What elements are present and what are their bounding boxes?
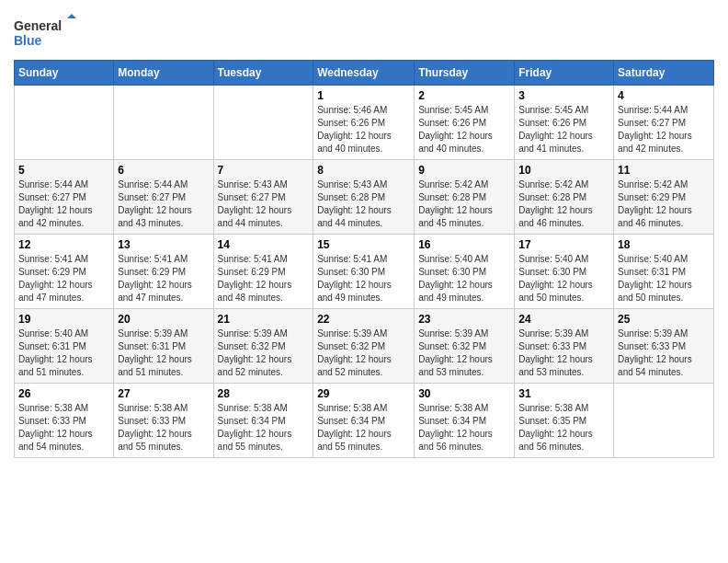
day-info: Sunrise: 5:46 AM Sunset: 6:26 PM Dayligh… (317, 104, 410, 155)
day-cell: 29Sunrise: 5:38 AM Sunset: 6:34 PM Dayli… (313, 384, 415, 458)
day-number: 27 (118, 387, 209, 400)
day-info: Sunrise: 5:41 AM Sunset: 6:29 PM Dayligh… (18, 253, 109, 304)
week-row-3: 12Sunrise: 5:41 AM Sunset: 6:29 PM Dayli… (15, 235, 714, 309)
day-number: 30 (418, 387, 510, 400)
day-cell: 28Sunrise: 5:38 AM Sunset: 6:34 PM Dayli… (213, 384, 313, 458)
day-info: Sunrise: 5:39 AM Sunset: 6:33 PM Dayligh… (618, 327, 710, 379)
day-number: 14 (218, 238, 310, 251)
day-info: Sunrise: 5:43 AM Sunset: 6:28 PM Dayligh… (317, 178, 410, 230)
day-cell: 6Sunrise: 5:44 AM Sunset: 6:27 PM Daylig… (114, 160, 213, 235)
day-number: 26 (18, 387, 109, 400)
day-cell: 15Sunrise: 5:41 AM Sunset: 6:30 PM Dayli… (313, 235, 415, 309)
header-cell-saturday: Saturday (614, 61, 714, 86)
day-info: Sunrise: 5:45 AM Sunset: 6:26 PM Dayligh… (518, 104, 609, 155)
svg-marker-2 (67, 14, 76, 18)
day-info: Sunrise: 5:39 AM Sunset: 6:32 PM Dayligh… (317, 327, 410, 379)
day-number: 13 (118, 238, 209, 251)
header-cell-tuesday: Tuesday (213, 61, 313, 86)
day-info: Sunrise: 5:38 AM Sunset: 6:33 PM Dayligh… (118, 402, 209, 454)
day-cell: 9Sunrise: 5:42 AM Sunset: 6:28 PM Daylig… (415, 160, 515, 235)
day-info: Sunrise: 5:44 AM Sunset: 6:27 PM Dayligh… (118, 178, 209, 230)
day-info: Sunrise: 5:38 AM Sunset: 6:34 PM Dayligh… (418, 402, 510, 454)
day-number: 1 (317, 89, 410, 102)
day-info: Sunrise: 5:38 AM Sunset: 6:33 PM Dayligh… (18, 402, 109, 454)
day-cell: 24Sunrise: 5:39 AM Sunset: 6:33 PM Dayli… (515, 309, 614, 384)
day-info: Sunrise: 5:44 AM Sunset: 6:27 PM Dayligh… (18, 178, 109, 230)
week-row-4: 19Sunrise: 5:40 AM Sunset: 6:31 PM Dayli… (15, 309, 714, 384)
day-number: 20 (118, 313, 209, 326)
day-number: 31 (518, 387, 609, 400)
header-cell-friday: Friday (515, 61, 614, 86)
header-cell-sunday: Sunday (15, 61, 114, 86)
logo-svg: General Blue (14, 14, 78, 51)
day-cell: 7Sunrise: 5:43 AM Sunset: 6:27 PM Daylig… (213, 160, 313, 235)
day-number: 3 (518, 89, 609, 102)
day-cell (213, 86, 313, 160)
day-cell: 1Sunrise: 5:46 AM Sunset: 6:26 PM Daylig… (313, 86, 415, 160)
day-cell (15, 86, 114, 160)
day-info: Sunrise: 5:39 AM Sunset: 6:33 PM Dayligh… (518, 327, 609, 379)
day-info: Sunrise: 5:41 AM Sunset: 6:29 PM Dayligh… (218, 253, 310, 304)
header-row: SundayMondayTuesdayWednesdayThursdayFrid… (15, 61, 714, 86)
day-number: 8 (317, 164, 410, 177)
day-cell: 14Sunrise: 5:41 AM Sunset: 6:29 PM Dayli… (213, 235, 313, 309)
week-row-1: 1Sunrise: 5:46 AM Sunset: 6:26 PM Daylig… (15, 86, 714, 160)
day-number: 2 (418, 89, 510, 102)
day-number: 29 (317, 387, 410, 400)
day-number: 5 (18, 164, 109, 177)
day-number: 28 (218, 387, 310, 400)
day-cell: 11Sunrise: 5:42 AM Sunset: 6:29 PM Dayli… (614, 160, 714, 235)
day-cell (614, 384, 714, 458)
day-info: Sunrise: 5:39 AM Sunset: 6:32 PM Dayligh… (218, 327, 310, 379)
day-cell: 22Sunrise: 5:39 AM Sunset: 6:32 PM Dayli… (313, 309, 415, 384)
day-cell: 27Sunrise: 5:38 AM Sunset: 6:33 PM Dayli… (114, 384, 213, 458)
day-number: 21 (218, 313, 310, 326)
day-cell: 23Sunrise: 5:39 AM Sunset: 6:32 PM Dayli… (415, 309, 515, 384)
day-info: Sunrise: 5:41 AM Sunset: 6:30 PM Dayligh… (317, 253, 410, 304)
day-number: 4 (618, 89, 710, 102)
day-cell: 4Sunrise: 5:44 AM Sunset: 6:27 PM Daylig… (614, 86, 714, 160)
day-info: Sunrise: 5:38 AM Sunset: 6:34 PM Dayligh… (218, 402, 310, 454)
day-cell: 25Sunrise: 5:39 AM Sunset: 6:33 PM Dayli… (614, 309, 714, 384)
day-cell: 18Sunrise: 5:40 AM Sunset: 6:31 PM Dayli… (614, 235, 714, 309)
day-info: Sunrise: 5:40 AM Sunset: 6:31 PM Dayligh… (18, 327, 109, 379)
day-number: 23 (418, 313, 510, 326)
day-number: 7 (218, 164, 310, 177)
day-cell: 31Sunrise: 5:38 AM Sunset: 6:35 PM Dayli… (515, 384, 614, 458)
day-number: 10 (518, 164, 609, 177)
week-row-5: 26Sunrise: 5:38 AM Sunset: 6:33 PM Dayli… (15, 384, 714, 458)
day-cell: 19Sunrise: 5:40 AM Sunset: 6:31 PM Dayli… (15, 309, 114, 384)
day-cell: 12Sunrise: 5:41 AM Sunset: 6:29 PM Dayli… (15, 235, 114, 309)
svg-text:General: General (14, 18, 62, 33)
calendar-header: SundayMondayTuesdayWednesdayThursdayFrid… (15, 61, 714, 86)
day-number: 11 (618, 164, 710, 177)
svg-text:Blue: Blue (14, 33, 42, 48)
calendar-body: 1Sunrise: 5:46 AM Sunset: 6:26 PM Daylig… (15, 86, 714, 458)
day-number: 16 (418, 238, 510, 251)
header-cell-thursday: Thursday (415, 61, 515, 86)
day-number: 24 (518, 313, 609, 326)
day-cell (114, 86, 213, 160)
header-cell-monday: Monday (114, 61, 213, 86)
page-header: General Blue (14, 14, 714, 51)
day-info: Sunrise: 5:40 AM Sunset: 6:31 PM Dayligh… (618, 253, 710, 304)
header-cell-wednesday: Wednesday (313, 61, 415, 86)
day-number: 19 (18, 313, 109, 326)
calendar-table: SundayMondayTuesdayWednesdayThursdayFrid… (14, 60, 714, 458)
day-info: Sunrise: 5:39 AM Sunset: 6:31 PM Dayligh… (118, 327, 209, 379)
day-info: Sunrise: 5:40 AM Sunset: 6:30 PM Dayligh… (418, 253, 510, 304)
day-number: 18 (618, 238, 710, 251)
day-cell: 21Sunrise: 5:39 AM Sunset: 6:32 PM Dayli… (213, 309, 313, 384)
day-info: Sunrise: 5:42 AM Sunset: 6:29 PM Dayligh… (618, 178, 710, 230)
day-info: Sunrise: 5:39 AM Sunset: 6:32 PM Dayligh… (418, 327, 510, 379)
week-row-2: 5Sunrise: 5:44 AM Sunset: 6:27 PM Daylig… (15, 160, 714, 235)
day-cell: 26Sunrise: 5:38 AM Sunset: 6:33 PM Dayli… (15, 384, 114, 458)
day-number: 22 (317, 313, 410, 326)
day-number: 17 (518, 238, 609, 251)
day-info: Sunrise: 5:42 AM Sunset: 6:28 PM Dayligh… (518, 178, 609, 230)
day-info: Sunrise: 5:44 AM Sunset: 6:27 PM Dayligh… (618, 104, 710, 155)
day-info: Sunrise: 5:38 AM Sunset: 6:34 PM Dayligh… (317, 402, 410, 454)
day-cell: 16Sunrise: 5:40 AM Sunset: 6:30 PM Dayli… (415, 235, 515, 309)
day-cell: 8Sunrise: 5:43 AM Sunset: 6:28 PM Daylig… (313, 160, 415, 235)
day-cell: 2Sunrise: 5:45 AM Sunset: 6:26 PM Daylig… (415, 86, 515, 160)
